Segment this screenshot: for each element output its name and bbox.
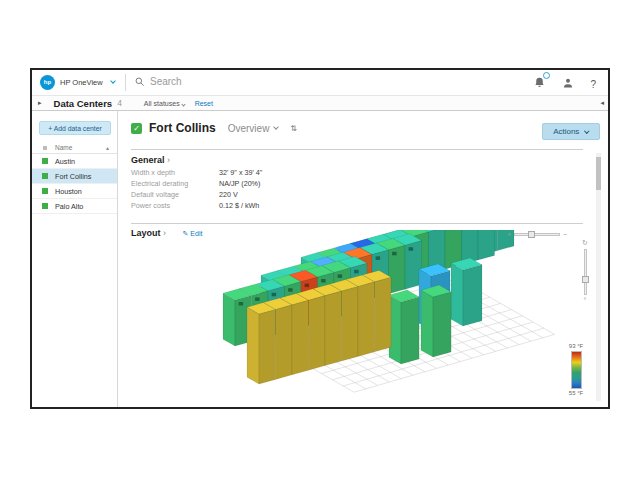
rotate-slider-handle[interactable] (582, 276, 589, 283)
layout-3d-view[interactable] (125, 230, 605, 410)
general-section-heading[interactable]: General › (131, 155, 170, 165)
rack-label-tag (338, 274, 343, 278)
rack-front (259, 309, 276, 384)
list-item-fort-collins[interactable]: Fort Collins (32, 169, 117, 184)
rack-side (247, 307, 259, 384)
property-row: Power costs 0.12 $ / kWh (131, 200, 262, 211)
temperature-gradient-bar (571, 351, 582, 389)
rack-front (292, 300, 309, 375)
property-row: Electrical derating NA/JP (20%) (131, 178, 262, 189)
property-row: Width x depth 32' 9" x 39' 4" (131, 167, 262, 178)
brand-menu-chevron-icon[interactable] (110, 78, 116, 84)
name-column-label: Name (55, 144, 72, 151)
rack-front (463, 265, 482, 326)
top-bar: hp HP OneView Search (32, 70, 608, 95)
rotate-slider[interactable]: ↻ ° (579, 239, 591, 304)
zoom-out-icon[interactable]: − (563, 231, 567, 238)
zoom-slider-track[interactable] (514, 233, 560, 236)
app-window: hp HP OneView Search (30, 68, 610, 409)
list-item-houston[interactable]: Houston (32, 184, 117, 199)
reset-filter-link[interactable]: Reset (195, 100, 213, 107)
zoom-in-icon[interactable]: + (507, 231, 511, 238)
status-ok-icon (42, 173, 48, 179)
product-name: HP OneView (60, 78, 103, 87)
property-row: Default voltage 220 V (131, 189, 262, 200)
collapse-panel-icon[interactable]: ◂ (600, 99, 604, 107)
status-ok-check-icon: ✓ (131, 123, 142, 134)
status-ok-icon (42, 203, 48, 209)
rack-front (325, 291, 342, 366)
rack-label-tag (321, 279, 326, 283)
status-filter-dropdown[interactable]: All statuses (144, 100, 185, 107)
rack-front (358, 282, 375, 357)
sort-toggle-icon[interactable]: ⇅ (290, 124, 297, 133)
alert-badge (543, 72, 550, 79)
rack-front (478, 230, 495, 260)
rack-label-tag (354, 270, 359, 274)
search-placeholder: Search (150, 76, 182, 87)
vertical-scrollbar[interactable] (596, 153, 601, 401)
page-title: Data Centers (54, 98, 113, 109)
rack-front (433, 292, 451, 357)
zoom-slider-handle[interactable] (528, 231, 535, 238)
detail-panel: ✓ Fort Collins Overview ⇅ Actions Genera… (119, 111, 608, 407)
filter-bar: ▸ Data Centers 4 All statuses Reset ◂ (32, 95, 608, 111)
datacenter-list-panel: + Add data center Name ▴ Austin Fort Col… (32, 111, 118, 407)
search-input[interactable]: Search (134, 76, 182, 87)
hp-logo-icon: hp (40, 75, 55, 90)
rack-label-tag (272, 293, 277, 297)
search-icon (134, 76, 145, 87)
rack-label-tag (288, 288, 293, 292)
rack-label-tag (239, 302, 244, 306)
help-button[interactable]: ? (590, 79, 596, 90)
temperature-legend: 93 °F 55 °F (563, 343, 589, 397)
rack-front (309, 296, 326, 371)
alerts-button[interactable] (533, 75, 546, 93)
sort-ascending-icon: ▴ (106, 144, 109, 151)
status-ok-icon (42, 188, 48, 194)
rack-label-tag (376, 256, 381, 260)
actions-button[interactable]: Actions (542, 123, 600, 140)
legend-max-label: 93 °F (563, 343, 589, 350)
status-column-icon (43, 146, 47, 150)
general-properties: Width x depth 32' 9" x 39' 4" Electrical… (131, 167, 262, 211)
expand-panel-icon[interactable]: ▸ (38, 99, 42, 107)
topbar-divider (125, 74, 126, 91)
scrollbar-thumb[interactable] (596, 157, 601, 190)
list-header[interactable]: Name ▴ (32, 142, 117, 154)
item-count: 4 (117, 98, 122, 108)
rack-side (421, 290, 433, 357)
divider (131, 223, 583, 224)
status-ok-icon (42, 158, 48, 164)
user-icon (562, 77, 574, 89)
rack-front (342, 286, 359, 361)
rack-label-tag (392, 252, 397, 256)
legend-min-label: 55 °F (563, 390, 589, 397)
rack-front (375, 277, 392, 352)
add-data-center-button[interactable]: + Add data center (39, 121, 111, 135)
rotate-degree-label: ° (584, 297, 587, 304)
rotate-slider-track[interactable] (584, 249, 587, 295)
detail-title: Fort Collins (149, 121, 216, 135)
divider (131, 149, 583, 150)
rack-label-tag (255, 297, 260, 301)
list-item-palo-alto[interactable]: Palo Alto (32, 199, 117, 214)
user-menu-button[interactable] (562, 75, 574, 93)
rack-front (276, 305, 293, 380)
rack-side (223, 293, 235, 346)
rack-label-tag (305, 284, 310, 288)
zoom-slider[interactable]: + − (507, 231, 567, 238)
rack-side (451, 263, 463, 326)
list-item-austin[interactable]: Austin (32, 154, 117, 169)
rotate-icon[interactable]: ↻ (582, 239, 588, 247)
rack-front (401, 297, 419, 364)
view-selector-dropdown[interactable]: Overview (228, 123, 279, 134)
rack-label-tag (409, 247, 414, 251)
